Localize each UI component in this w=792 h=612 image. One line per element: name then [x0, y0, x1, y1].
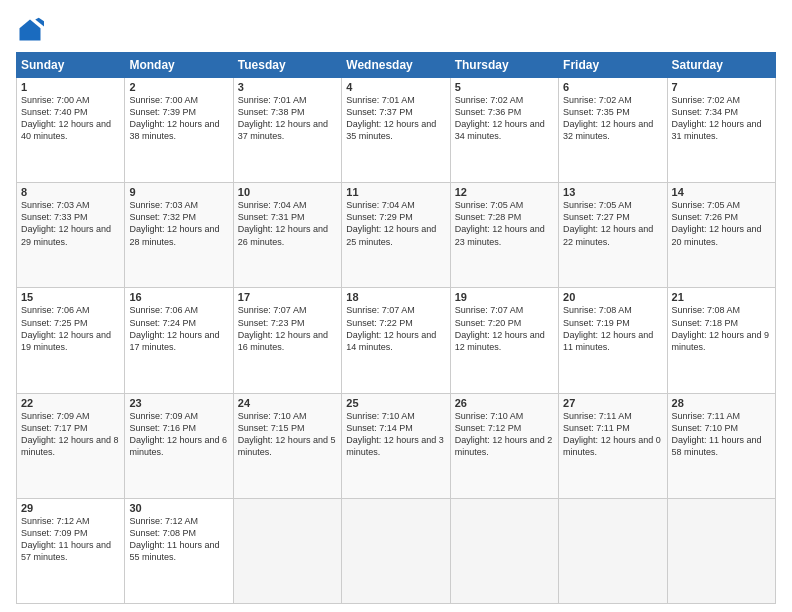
- calendar: SundayMondayTuesdayWednesdayThursdayFrid…: [16, 52, 776, 604]
- day-number: 9: [129, 186, 228, 198]
- calendar-week: 29Sunrise: 7:12 AMSunset: 7:09 PMDayligh…: [17, 498, 776, 603]
- calendar-day: [342, 498, 450, 603]
- day-number: 2: [129, 81, 228, 93]
- day-number: 25: [346, 397, 445, 409]
- day-number: 24: [238, 397, 337, 409]
- calendar-week: 8Sunrise: 7:03 AMSunset: 7:33 PMDaylight…: [17, 183, 776, 288]
- page: SundayMondayTuesdayWednesdayThursdayFrid…: [0, 0, 792, 612]
- calendar-day: 28Sunrise: 7:11 AMSunset: 7:10 PMDayligh…: [667, 393, 775, 498]
- weekday-header: Tuesday: [233, 53, 341, 78]
- calendar-day: 3Sunrise: 7:01 AMSunset: 7:38 PMDaylight…: [233, 78, 341, 183]
- calendar-day: 9Sunrise: 7:03 AMSunset: 7:32 PMDaylight…: [125, 183, 233, 288]
- weekday-header: Friday: [559, 53, 667, 78]
- calendar-day: 6Sunrise: 7:02 AMSunset: 7:35 PMDaylight…: [559, 78, 667, 183]
- calendar-week: 22Sunrise: 7:09 AMSunset: 7:17 PMDayligh…: [17, 393, 776, 498]
- day-info: Sunrise: 7:03 AMSunset: 7:33 PMDaylight:…: [21, 199, 120, 248]
- calendar-day: 27Sunrise: 7:11 AMSunset: 7:11 PMDayligh…: [559, 393, 667, 498]
- day-info: Sunrise: 7:10 AMSunset: 7:12 PMDaylight:…: [455, 410, 554, 459]
- svg-marker-0: [20, 20, 41, 41]
- header: [16, 16, 776, 44]
- day-number: 13: [563, 186, 662, 198]
- calendar-day: [233, 498, 341, 603]
- day-info: Sunrise: 7:06 AMSunset: 7:24 PMDaylight:…: [129, 304, 228, 353]
- calendar-day: 2Sunrise: 7:00 AMSunset: 7:39 PMDaylight…: [125, 78, 233, 183]
- day-number: 4: [346, 81, 445, 93]
- day-info: Sunrise: 7:07 AMSunset: 7:22 PMDaylight:…: [346, 304, 445, 353]
- day-number: 12: [455, 186, 554, 198]
- calendar-day: 10Sunrise: 7:04 AMSunset: 7:31 PMDayligh…: [233, 183, 341, 288]
- day-number: 20: [563, 291, 662, 303]
- day-number: 14: [672, 186, 771, 198]
- day-number: 16: [129, 291, 228, 303]
- calendar-day: [667, 498, 775, 603]
- day-number: 6: [563, 81, 662, 93]
- calendar-day: 5Sunrise: 7:02 AMSunset: 7:36 PMDaylight…: [450, 78, 558, 183]
- day-number: 1: [21, 81, 120, 93]
- day-number: 26: [455, 397, 554, 409]
- day-number: 5: [455, 81, 554, 93]
- logo-icon: [16, 16, 44, 44]
- day-number: 11: [346, 186, 445, 198]
- calendar-day: 4Sunrise: 7:01 AMSunset: 7:37 PMDaylight…: [342, 78, 450, 183]
- weekday-header: Monday: [125, 53, 233, 78]
- day-info: Sunrise: 7:07 AMSunset: 7:20 PMDaylight:…: [455, 304, 554, 353]
- calendar-week: 1Sunrise: 7:00 AMSunset: 7:40 PMDaylight…: [17, 78, 776, 183]
- calendar-day: 24Sunrise: 7:10 AMSunset: 7:15 PMDayligh…: [233, 393, 341, 498]
- day-info: Sunrise: 7:09 AMSunset: 7:17 PMDaylight:…: [21, 410, 120, 459]
- day-info: Sunrise: 7:10 AMSunset: 7:14 PMDaylight:…: [346, 410, 445, 459]
- day-info: Sunrise: 7:07 AMSunset: 7:23 PMDaylight:…: [238, 304, 337, 353]
- day-number: 3: [238, 81, 337, 93]
- day-info: Sunrise: 7:00 AMSunset: 7:40 PMDaylight:…: [21, 94, 120, 143]
- day-info: Sunrise: 7:09 AMSunset: 7:16 PMDaylight:…: [129, 410, 228, 459]
- weekday-header: Sunday: [17, 53, 125, 78]
- calendar-day: 15Sunrise: 7:06 AMSunset: 7:25 PMDayligh…: [17, 288, 125, 393]
- calendar-day: 11Sunrise: 7:04 AMSunset: 7:29 PMDayligh…: [342, 183, 450, 288]
- day-number: 8: [21, 186, 120, 198]
- calendar-day: 19Sunrise: 7:07 AMSunset: 7:20 PMDayligh…: [450, 288, 558, 393]
- day-info: Sunrise: 7:10 AMSunset: 7:15 PMDaylight:…: [238, 410, 337, 459]
- day-number: 19: [455, 291, 554, 303]
- day-number: 7: [672, 81, 771, 93]
- calendar-day: 18Sunrise: 7:07 AMSunset: 7:22 PMDayligh…: [342, 288, 450, 393]
- day-number: 28: [672, 397, 771, 409]
- day-number: 27: [563, 397, 662, 409]
- calendar-day: 12Sunrise: 7:05 AMSunset: 7:28 PMDayligh…: [450, 183, 558, 288]
- day-info: Sunrise: 7:01 AMSunset: 7:38 PMDaylight:…: [238, 94, 337, 143]
- day-number: 22: [21, 397, 120, 409]
- day-info: Sunrise: 7:06 AMSunset: 7:25 PMDaylight:…: [21, 304, 120, 353]
- calendar-day: [559, 498, 667, 603]
- logo: [16, 16, 48, 44]
- day-info: Sunrise: 7:02 AMSunset: 7:34 PMDaylight:…: [672, 94, 771, 143]
- day-info: Sunrise: 7:03 AMSunset: 7:32 PMDaylight:…: [129, 199, 228, 248]
- day-number: 15: [21, 291, 120, 303]
- calendar-day: 16Sunrise: 7:06 AMSunset: 7:24 PMDayligh…: [125, 288, 233, 393]
- calendar-day: 25Sunrise: 7:10 AMSunset: 7:14 PMDayligh…: [342, 393, 450, 498]
- day-info: Sunrise: 7:05 AMSunset: 7:26 PMDaylight:…: [672, 199, 771, 248]
- weekday-header: Thursday: [450, 53, 558, 78]
- calendar-day: 7Sunrise: 7:02 AMSunset: 7:34 PMDaylight…: [667, 78, 775, 183]
- calendar-day: 26Sunrise: 7:10 AMSunset: 7:12 PMDayligh…: [450, 393, 558, 498]
- day-info: Sunrise: 7:11 AMSunset: 7:10 PMDaylight:…: [672, 410, 771, 459]
- day-info: Sunrise: 7:01 AMSunset: 7:37 PMDaylight:…: [346, 94, 445, 143]
- calendar-day: 20Sunrise: 7:08 AMSunset: 7:19 PMDayligh…: [559, 288, 667, 393]
- calendar-day: 1Sunrise: 7:00 AMSunset: 7:40 PMDaylight…: [17, 78, 125, 183]
- calendar-day: [450, 498, 558, 603]
- day-number: 29: [21, 502, 120, 514]
- calendar-day: 21Sunrise: 7:08 AMSunset: 7:18 PMDayligh…: [667, 288, 775, 393]
- calendar-day: 22Sunrise: 7:09 AMSunset: 7:17 PMDayligh…: [17, 393, 125, 498]
- day-number: 17: [238, 291, 337, 303]
- day-number: 18: [346, 291, 445, 303]
- day-info: Sunrise: 7:00 AMSunset: 7:39 PMDaylight:…: [129, 94, 228, 143]
- day-info: Sunrise: 7:12 AMSunset: 7:09 PMDaylight:…: [21, 515, 120, 564]
- calendar-day: 29Sunrise: 7:12 AMSunset: 7:09 PMDayligh…: [17, 498, 125, 603]
- day-info: Sunrise: 7:08 AMSunset: 7:19 PMDaylight:…: [563, 304, 662, 353]
- weekday-header: Saturday: [667, 53, 775, 78]
- day-info: Sunrise: 7:05 AMSunset: 7:27 PMDaylight:…: [563, 199, 662, 248]
- day-info: Sunrise: 7:05 AMSunset: 7:28 PMDaylight:…: [455, 199, 554, 248]
- day-info: Sunrise: 7:11 AMSunset: 7:11 PMDaylight:…: [563, 410, 662, 459]
- calendar-day: 8Sunrise: 7:03 AMSunset: 7:33 PMDaylight…: [17, 183, 125, 288]
- calendar-day: 13Sunrise: 7:05 AMSunset: 7:27 PMDayligh…: [559, 183, 667, 288]
- day-number: 30: [129, 502, 228, 514]
- calendar-day: 30Sunrise: 7:12 AMSunset: 7:08 PMDayligh…: [125, 498, 233, 603]
- day-info: Sunrise: 7:02 AMSunset: 7:36 PMDaylight:…: [455, 94, 554, 143]
